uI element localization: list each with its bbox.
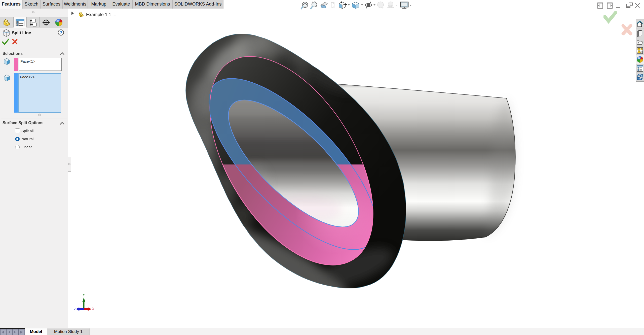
svg-text:X: X	[92, 307, 94, 311]
svg-text:Y: Y	[83, 293, 85, 297]
svg-text:Z: Z	[73, 307, 76, 312]
